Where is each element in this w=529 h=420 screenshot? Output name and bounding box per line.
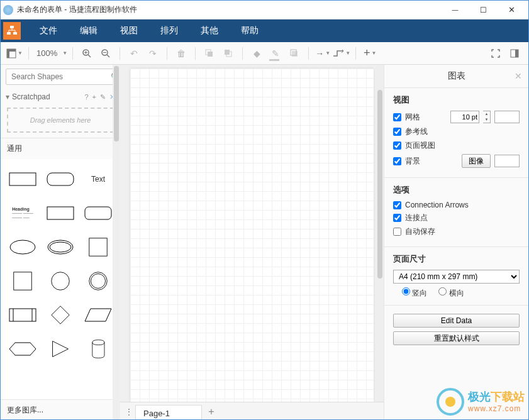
menu-other[interactable]: 其他 xyxy=(189,19,230,42)
portrait-radio[interactable] xyxy=(402,287,410,296)
grid-size-input[interactable] xyxy=(450,111,479,123)
pagesize-section-title: 页面尺寸 xyxy=(393,253,520,265)
close-button[interactable] xyxy=(498,1,526,19)
shape-circle[interactable] xyxy=(43,266,77,296)
scratchpad-add-icon[interactable]: + xyxy=(92,93,96,101)
shape-ellipse[interactable] xyxy=(6,232,40,262)
conn-points-checkbox[interactable] xyxy=(393,214,401,222)
more-shapes-link[interactable]: 更多图库... xyxy=(1,399,120,420)
delete-button[interactable]: 🗑 xyxy=(172,45,190,62)
watermark: 极光下载站 www.xz7.com xyxy=(437,388,525,416)
options-section-title: 选项 xyxy=(393,184,520,196)
page-tabs: ⋮ Page-1 + xyxy=(120,402,384,420)
search-input[interactable] xyxy=(6,72,111,81)
menubar: 文件 编辑 视图 排列 其他 帮助 xyxy=(1,19,528,42)
image-button[interactable]: 图像 xyxy=(462,154,491,168)
menu-file[interactable]: 文件 xyxy=(28,19,69,42)
zoom-in-button[interactable] xyxy=(78,45,96,62)
to-front-button[interactable] xyxy=(201,45,218,62)
shape-cylinder[interactable] xyxy=(81,334,115,364)
zoom-out-button[interactable] xyxy=(97,45,114,62)
page-menu-icon[interactable]: ⋮ xyxy=(123,407,135,417)
panel-title: 图表 xyxy=(448,70,465,82)
svg-point-29 xyxy=(10,240,35,254)
shape-square2[interactable] xyxy=(6,266,40,296)
svg-rect-26 xyxy=(47,173,74,185)
sidebar-scrollbar[interactable] xyxy=(113,65,120,420)
menu-edit[interactable]: 编辑 xyxy=(69,19,109,42)
to-back-button[interactable] xyxy=(220,45,237,62)
minimize-button[interactable] xyxy=(441,1,469,19)
shadow-button[interactable] xyxy=(286,45,303,62)
menu-help[interactable]: 帮助 xyxy=(230,19,270,42)
background-label: 背景 xyxy=(405,156,458,167)
svg-rect-17 xyxy=(208,52,213,57)
shape-parallelogram[interactable] xyxy=(81,300,115,330)
scratchpad-dropzone[interactable]: Drag elements here xyxy=(7,108,114,133)
landscape-radio[interactable] xyxy=(438,287,447,296)
insert-button[interactable]: +▼ xyxy=(361,45,379,62)
conn-arrows-checkbox[interactable] xyxy=(393,201,401,209)
zoom-level[interactable]: 100% xyxy=(34,48,60,58)
page-tab-1[interactable]: Page-1 xyxy=(135,405,202,421)
guides-checkbox[interactable] xyxy=(393,128,401,136)
grid-color-swatch[interactable] xyxy=(494,111,520,123)
menu-view[interactable]: 视图 xyxy=(109,19,149,42)
view-dropdown[interactable]: ▼ xyxy=(6,45,23,62)
edit-data-button[interactable]: Edit Data xyxy=(393,314,520,328)
svg-rect-2 xyxy=(13,32,17,35)
line-color-button[interactable]: ✎ xyxy=(267,45,284,62)
shape-rect2[interactable] xyxy=(43,198,77,228)
autosave-checkbox[interactable] xyxy=(393,228,401,236)
redo-button[interactable]: ↷ xyxy=(144,45,162,62)
pageview-checkbox[interactable] xyxy=(393,141,401,150)
portrait-radio-label[interactable]: 竖向 xyxy=(402,287,427,299)
shape-double-circle[interactable] xyxy=(81,266,115,296)
canvas-scrollbar-v[interactable] xyxy=(376,65,384,402)
shape-process[interactable] xyxy=(6,300,40,330)
grid-size-stepper[interactable]: ▲▼ xyxy=(483,111,491,123)
svg-rect-1 xyxy=(7,32,11,35)
maximize-button[interactable] xyxy=(469,1,498,19)
grid-checkbox[interactable] xyxy=(393,113,401,121)
shape-diamond[interactable] xyxy=(43,300,77,330)
landscape-radio-label[interactable]: 横向 xyxy=(438,287,464,299)
scratchpad-help-icon[interactable]: ? xyxy=(84,93,88,101)
svg-rect-21 xyxy=(292,51,298,57)
svg-rect-24 xyxy=(515,50,518,57)
background-checkbox[interactable] xyxy=(393,157,401,165)
scratchpad-edit-icon[interactable]: ✎ xyxy=(100,93,106,101)
zoom-dropdown-icon[interactable]: ▼ xyxy=(62,50,67,56)
connection-button[interactable]: →▼ xyxy=(314,45,331,62)
undo-button[interactable]: ↶ xyxy=(125,45,143,62)
watermark-url: www.xz7.com xyxy=(468,404,525,413)
waypoint-button[interactable]: ▼ xyxy=(333,45,350,62)
shape-double-ellipse[interactable] xyxy=(43,232,77,262)
shape-rounded-rect[interactable] xyxy=(43,164,77,194)
reset-style-button[interactable]: 重置默认样式 xyxy=(393,331,520,345)
shape-triangle[interactable] xyxy=(43,334,77,364)
app-logo[interactable] xyxy=(3,22,21,40)
conn-arrows-label: Connection Arrows xyxy=(405,201,520,209)
svg-point-35 xyxy=(89,272,107,290)
shapes-section-header[interactable]: 通用 xyxy=(1,138,120,159)
add-page-button[interactable]: + xyxy=(202,406,221,417)
shape-hexagon[interactable] xyxy=(6,334,40,364)
shape-rect[interactable] xyxy=(6,164,40,194)
shape-rounded-rect2[interactable] xyxy=(81,198,115,228)
svg-line-11 xyxy=(88,55,91,57)
fullscreen-button[interactable] xyxy=(487,45,504,62)
view-section-title: 视图 xyxy=(393,94,520,106)
pagesize-select[interactable]: A4 (210 mm x 297 mm) xyxy=(393,270,520,284)
background-color-swatch[interactable] xyxy=(494,155,520,167)
pageview-label: 页面视图 xyxy=(405,140,520,151)
fill-color-button[interactable]: ◆ xyxy=(248,45,265,62)
shape-square[interactable] xyxy=(81,232,115,262)
shape-text[interactable]: Text xyxy=(81,164,115,194)
panel-close-icon[interactable]: ✕ xyxy=(515,71,522,81)
format-panel-button[interactable] xyxy=(506,45,523,62)
shape-textbox[interactable]: Heading-------- ---------------- ----- xyxy=(6,198,40,228)
menu-arrange[interactable]: 排列 xyxy=(149,19,189,42)
svg-rect-25 xyxy=(9,173,36,185)
drawing-canvas[interactable] xyxy=(130,69,374,402)
